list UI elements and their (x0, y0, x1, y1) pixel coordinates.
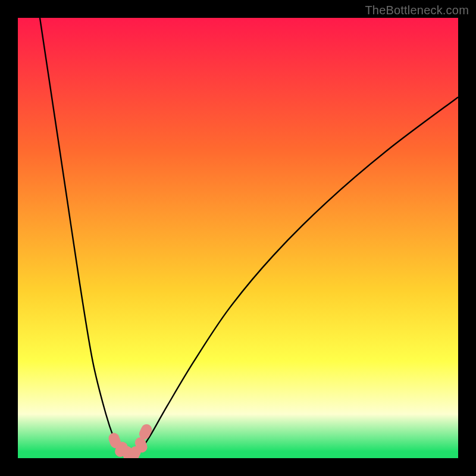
watermark-text: TheBottleneck.com (365, 4, 469, 17)
chart-frame: TheBottleneck.com (0, 0, 476, 476)
curve-layer (18, 18, 458, 458)
plot-area (18, 18, 458, 458)
bottleneck-curve (40, 18, 458, 455)
